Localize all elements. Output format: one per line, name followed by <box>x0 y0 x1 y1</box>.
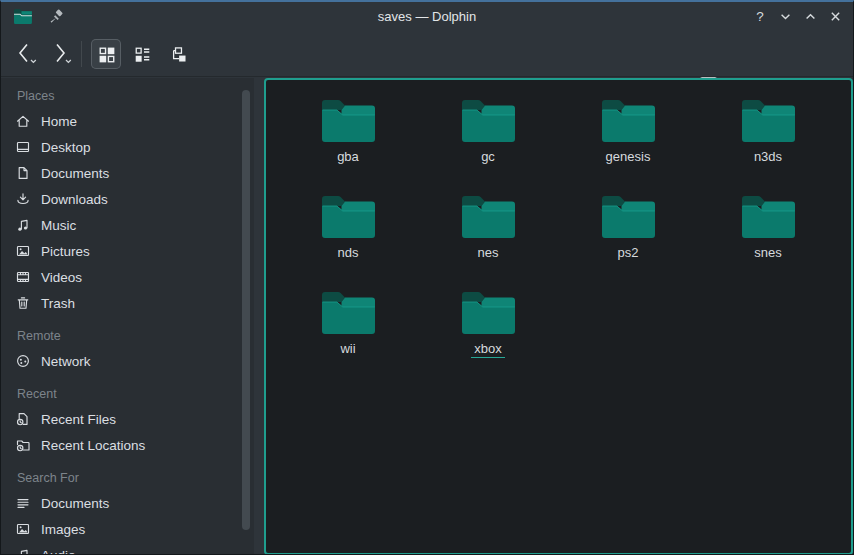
details-view-icon <box>134 46 151 63</box>
image-icon <box>15 243 31 259</box>
section-header-search-for: Search For <box>1 468 254 488</box>
folder-icon <box>460 289 517 337</box>
folder-grid: gba gc genesis n3ds nds nes ps2 snes <box>266 80 851 378</box>
section-header-recent: Recent <box>1 384 254 404</box>
maximize-button[interactable] <box>802 9 818 25</box>
folder-item-gba[interactable]: gba <box>278 90 418 186</box>
folder-label: gba <box>334 149 362 165</box>
window-title: saves — Dolphin <box>1 9 853 24</box>
arrow-back-icon <box>20 45 27 62</box>
folder-item-n3ds[interactable]: n3ds <box>698 90 838 186</box>
folder-icon <box>600 97 657 145</box>
close-button[interactable] <box>827 9 843 25</box>
folder-icon <box>740 193 797 241</box>
sidebar-item-images[interactable]: Images <box>1 516 254 542</box>
sidebar-item-recent-files[interactable]: Recent Files <box>1 406 254 432</box>
dolphin-window: saves — Dolphin ? <box>0 0 854 555</box>
titlebar: saves — Dolphin ? <box>1 2 853 31</box>
folder-app-icon <box>13 8 33 25</box>
folder-label: snes <box>751 245 784 261</box>
folder-label: ps2 <box>615 245 642 261</box>
folder-item-ps2[interactable]: ps2 <box>558 186 698 282</box>
sidebar-item-label: Home <box>41 114 77 129</box>
forward-button[interactable] <box>45 39 79 69</box>
pin-icon[interactable] <box>49 9 65 25</box>
sidebar-item-label: Documents <box>41 496 109 511</box>
navigation-group <box>1 39 196 69</box>
desktop-icon <box>15 139 31 155</box>
sidebar-item-label: Network <box>41 354 91 369</box>
sidebar-item-music[interactable]: Music <box>1 212 254 238</box>
sidebar-item-label: Audio <box>41 548 76 555</box>
sidebar-item-videos[interactable]: Videos <box>1 264 254 290</box>
folder-label: nds <box>335 245 362 261</box>
network-icon <box>15 353 31 369</box>
sidebar-item-audio[interactable]: Audio <box>1 542 254 554</box>
sidebar-item-label: Documents <box>41 166 109 181</box>
folder-label: n3ds <box>751 149 785 165</box>
folder-icon <box>320 289 377 337</box>
sidebar-item-label: Images <box>41 522 85 537</box>
folder-label: wii <box>337 341 358 357</box>
sidebar-item-home[interactable]: Home <box>1 108 254 134</box>
image-icon <box>15 521 31 537</box>
sidebar-scrollbar[interactable] <box>242 90 250 530</box>
folder-item-snes[interactable]: snes <box>698 186 838 282</box>
tree-view-icon <box>170 46 187 63</box>
folder-item-nes[interactable]: nes <box>418 186 558 282</box>
sidebar-item-label: Recent Locations <box>41 438 145 453</box>
section-header-places: Places <box>1 86 254 106</box>
document-lines-icon <box>15 495 31 511</box>
details-view-button[interactable] <box>127 39 157 69</box>
trash-icon <box>15 295 31 311</box>
folder-icon <box>740 97 797 145</box>
icons-view-icon <box>98 46 115 63</box>
home-icon <box>15 113 31 129</box>
sidebar-item-trash[interactable]: Trash <box>1 290 254 316</box>
sidebar-item-desktop[interactable]: Desktop <box>1 134 254 160</box>
folder-icon <box>460 193 517 241</box>
folder-label: genesis <box>603 149 654 165</box>
folder-item-nds[interactable]: nds <box>278 186 418 282</box>
folder-item-wii[interactable]: wii <box>278 282 418 378</box>
sidebar-item-label: Desktop <box>41 140 91 155</box>
folder-icon <box>320 193 377 241</box>
sidebar-item-pictures[interactable]: Pictures <box>1 238 254 264</box>
music-icon <box>15 217 31 233</box>
folder-view[interactable]: gba gc genesis n3ds nds nes ps2 snes <box>264 78 853 555</box>
sidebar-item-documents[interactable]: Documents <box>1 160 254 186</box>
folder-item-genesis[interactable]: genesis <box>558 90 698 186</box>
arrow-forward-icon <box>57 45 64 62</box>
recent-locations-icon <box>15 437 31 453</box>
window-controls: ? <box>752 9 843 25</box>
folder-item-gc[interactable]: gc <box>418 90 558 186</box>
folder-label: xbox <box>471 341 504 358</box>
main-toolbar: Homeretrodecksaves Split <box>1 32 853 77</box>
sidebar-item-recent-locations[interactable]: Recent Locations <box>1 432 254 458</box>
chevron-down-icon <box>31 60 36 62</box>
section-header-remote: Remote <box>1 326 254 346</box>
back-button[interactable] <box>11 39 45 69</box>
sidebar-item-downloads[interactable]: Downloads <box>1 186 254 212</box>
sidebar-item-label: Music <box>41 218 76 233</box>
document-icon <box>15 165 31 181</box>
places-panel: PlacesHomeDesktopDocumentsDownloadsMusic… <box>1 78 254 554</box>
help-button[interactable]: ? <box>752 9 768 25</box>
folder-icon <box>460 97 517 145</box>
tree-view-button[interactable] <box>163 39 193 69</box>
sidebar-item-label: Videos <box>41 270 82 285</box>
folder-item-xbox[interactable]: xbox <box>418 282 558 378</box>
sidebar-item-label: Trash <box>41 296 75 311</box>
icons-view-button[interactable] <box>91 39 121 69</box>
sidebar-item-network[interactable]: Network <box>1 348 254 374</box>
folder-label: nes <box>475 245 502 261</box>
minimize-button[interactable] <box>777 9 793 25</box>
sidebar-item-documents[interactable]: Documents <box>1 490 254 516</box>
folder-label: gc <box>478 149 498 165</box>
sidebar-item-label: Pictures <box>41 244 90 259</box>
recent-files-icon <box>15 411 31 427</box>
sidebar-item-label: Downloads <box>41 192 108 207</box>
music-icon <box>15 547 31 554</box>
folder-icon <box>320 97 377 145</box>
toolbar-separator <box>81 41 82 67</box>
